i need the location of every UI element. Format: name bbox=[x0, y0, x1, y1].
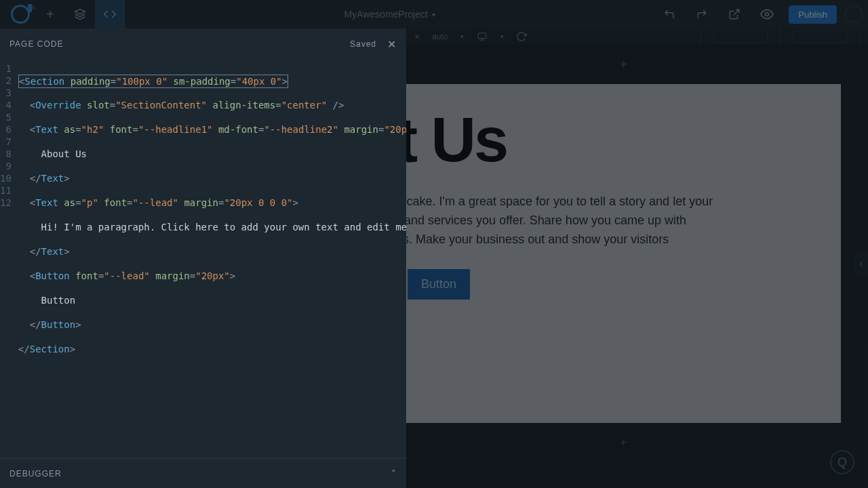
chevron-up-icon: ˄ bbox=[391, 468, 397, 479]
panel-title: PAGE CODE bbox=[9, 39, 63, 49]
modal-overlay bbox=[406, 28, 868, 488]
line-gutter: 1 2 3 4 5 6 7 8 9 10 11 12 bbox=[0, 60, 18, 458]
close-icon[interactable]: ✕ bbox=[387, 38, 397, 51]
debugger-title: DEBUGGER bbox=[9, 469, 62, 479]
code-panel-header: PAGE CODE Saved ✕ bbox=[0, 28, 406, 60]
modal-overlay bbox=[0, 0, 868, 28]
code-panel: PAGE CODE Saved ✕ 1 2 3 4 5 6 7 8 9 10 1… bbox=[0, 28, 406, 488]
code-editor[interactable]: 1 2 3 4 5 6 7 8 9 10 11 12 <Section padd… bbox=[0, 60, 406, 458]
save-status: Saved bbox=[350, 39, 376, 49]
debugger-panel-header[interactable]: DEBUGGER ˄ bbox=[0, 458, 406, 488]
code-content[interactable]: <Section padding="100px 0" sm-padding="4… bbox=[18, 60, 406, 458]
